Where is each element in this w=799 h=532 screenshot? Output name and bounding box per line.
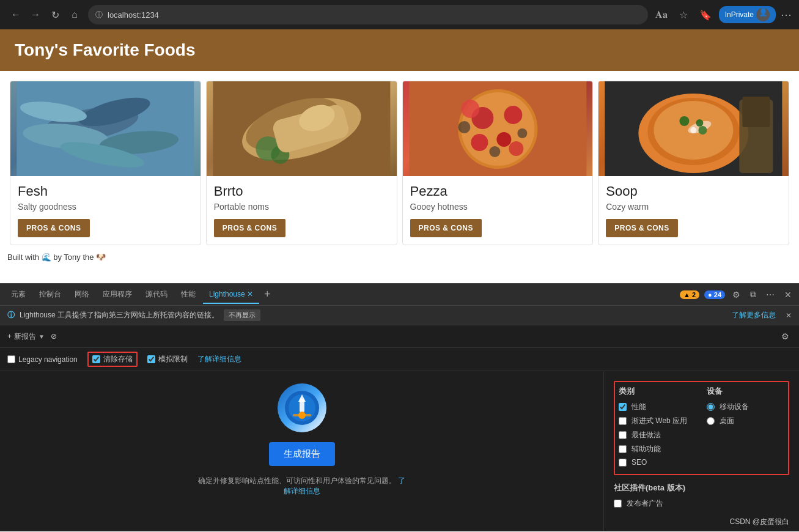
devtools-tab-application[interactable]: 应用程序: [97, 286, 138, 304]
device-mobile-label: 移动设备: [720, 402, 749, 412]
lighthouse-left: 生成报告 确定并修复影响站点性能、可访问性和用户体验的常见问题。 了解详细信息: [0, 371, 603, 531]
simulated-throttle-checkbox[interactable]: 模拟限制: [147, 354, 188, 364]
food-title-fesh: Fesh: [18, 183, 193, 199]
info-icon: ⓘ: [7, 310, 15, 320]
address-text: localhost:1234: [108, 10, 159, 20]
inprivate-button[interactable]: InPrivate 👤: [719, 6, 776, 23]
clear-storage-input[interactable]: [92, 355, 100, 363]
lock-icon: ⓘ: [95, 10, 103, 20]
devtools-tab-network[interactable]: 网络: [68, 286, 95, 304]
svg-point-21: [458, 121, 470, 133]
legacy-nav-label: Legacy navigation: [18, 355, 78, 364]
home-button[interactable]: ⌂: [66, 6, 83, 23]
simulated-throttle-input[interactable]: [147, 355, 155, 363]
categories-device-cols: 类别 性能 渐进式 Web 应用 最佳做法: [619, 386, 784, 470]
svg-point-19: [496, 132, 511, 147]
nav-buttons: ← → ↻ ⌂: [7, 6, 83, 23]
no-show-button[interactable]: 不再显示: [224, 309, 260, 321]
svg-point-18: [504, 106, 522, 124]
community-title: 社区插件(beta 版本): [614, 482, 789, 493]
category-bestpractice[interactable]: 最佳做法: [619, 430, 687, 440]
browser-chrome: ← → ↻ ⌂ ⓘ localhost:1234 𝐀𝐚 ☆ 🔖 InPrivat…: [0, 0, 799, 29]
error-badge: ● 24: [704, 290, 725, 299]
device-mobile-input[interactable]: [707, 403, 715, 411]
food-desc-brrto: Portable noms: [214, 202, 389, 212]
svg-point-25: [509, 141, 523, 156]
device-desktop-input[interactable]: [707, 417, 715, 425]
dock-button[interactable]: ⧉: [748, 287, 759, 302]
clear-storage-highlighted: 清除存储: [87, 352, 138, 367]
more-devtools-button[interactable]: ⋯: [764, 287, 777, 302]
more-button[interactable]: ⋯: [781, 8, 792, 21]
refresh-button[interactable]: ↻: [46, 6, 64, 23]
category-bestpractice-input[interactable]: [619, 431, 627, 439]
pros-cons-fesh[interactable]: PROS & CONS: [18, 219, 90, 237]
clear-button[interactable]: ⊘: [51, 332, 57, 341]
devtools-tab-lighthouse[interactable]: Lighthouse ✕: [203, 286, 259, 304]
svg-point-24: [461, 100, 479, 118]
food-image-fish: [10, 81, 201, 176]
legacy-nav-checkbox[interactable]: Legacy navigation: [7, 355, 78, 364]
settings-gear-button[interactable]: ⚙: [779, 329, 792, 344]
address-bar[interactable]: ⓘ localhost:1234: [88, 5, 648, 24]
forward-button[interactable]: →: [27, 6, 44, 23]
clear-storage-label: 清除存储: [103, 354, 133, 364]
clear-storage-checkbox[interactable]: 清除存储: [92, 354, 133, 364]
warning-badge: ▲ 2: [680, 290, 699, 299]
devtools-tab-console[interactable]: 控制台: [33, 286, 67, 304]
read-aloud-button[interactable]: 𝐀𝐚: [653, 6, 670, 23]
food-title-brrto: Brrto: [214, 183, 389, 199]
device-mobile[interactable]: 移动设备: [707, 402, 749, 412]
community-publisher-ads-input[interactable]: [614, 500, 622, 508]
devtools-tab-add[interactable]: +: [260, 288, 274, 301]
generate-report-button[interactable]: 生成报告: [269, 442, 335, 466]
categories-col: 类别 性能 渐进式 Web 应用 最佳做法: [619, 386, 687, 470]
inprivate-label: InPrivate: [725, 10, 754, 19]
devtools-tab-elements[interactable]: 元素: [5, 286, 32, 304]
category-performance[interactable]: 性能: [619, 402, 687, 412]
favorites-button[interactable]: ☆: [675, 6, 692, 23]
learn-more-link[interactable]: 了解更多信息: [732, 310, 776, 320]
browser-actions: 𝐀𝐚 ☆ 🔖 InPrivate 👤 ⋯: [653, 6, 792, 23]
category-seo[interactable]: SEO: [619, 458, 687, 467]
devtools-tab-performance[interactable]: 性能: [175, 286, 202, 304]
csdn-watermark: CSDN @皮蛋很白: [729, 517, 789, 527]
category-pwa[interactable]: 渐进式 Web 应用: [619, 416, 687, 426]
svg-point-20: [471, 134, 488, 151]
pros-cons-soop[interactable]: PROS & CONS: [606, 219, 678, 237]
community-publisher-ads[interactable]: 发布者广告: [614, 498, 789, 509]
clear-icon: ⊘: [51, 332, 57, 341]
food-desc-fesh: Salty goodness: [18, 202, 193, 212]
device-desktop-label: 桌面: [720, 416, 734, 426]
device-desktop[interactable]: 桌面: [707, 416, 749, 426]
add-report-button[interactable]: + 新报告 ▼: [7, 331, 45, 342]
pros-cons-pezza[interactable]: PROS & CONS: [410, 219, 482, 237]
devtools-panel: 元素 控制台 网络 应用程序 源代码 性能 Lighthouse ✕ + ▲ 2…: [0, 283, 799, 531]
devtools-tabbar: 元素 控制台 网络 应用程序 源代码 性能 Lighthouse ✕ + ▲ 2…: [0, 284, 799, 306]
category-seo-input[interactable]: [619, 459, 627, 467]
food-card-body-fesh: Fesh Salty goodness PROS & CONS: [10, 176, 201, 245]
info-text: Lighthouse 工具提供了指向第三方网站上所托管内容的链接。: [20, 310, 219, 320]
food-desc-pezza: Gooey hotness: [410, 202, 586, 212]
category-pwa-input[interactable]: [619, 417, 627, 425]
collection-button[interactable]: 🔖: [697, 6, 714, 23]
close-devtools-button[interactable]: ✕: [782, 287, 794, 302]
avatar: 👤: [756, 8, 770, 21]
simulated-throttle-label: 模拟限制: [158, 354, 188, 364]
food-title-soop: Soop: [606, 183, 781, 199]
info-bar-close[interactable]: ✕: [786, 311, 792, 320]
settings-button[interactable]: ⚙: [730, 287, 743, 302]
device-col: 设备 移动设备 桌面: [707, 386, 749, 470]
category-accessibility-input[interactable]: [619, 445, 627, 453]
back-button[interactable]: ←: [7, 6, 24, 23]
food-title-pezza: Pezza: [410, 183, 586, 199]
pros-cons-brrto[interactable]: PROS & CONS: [214, 219, 286, 237]
dropdown-arrow: ▼: [39, 333, 45, 340]
category-accessibility[interactable]: 辅助功能: [619, 444, 687, 454]
legacy-nav-input[interactable]: [7, 355, 15, 363]
category-performance-input[interactable]: [619, 403, 627, 411]
options-learn-more[interactable]: 了解详细信息: [197, 354, 241, 364]
lighthouse-description: 确定并修复影响站点性能、可访问性和用户体验的常见问题。 了解详细信息: [198, 476, 406, 497]
food-card-body-soop: Soop Cozy warm PROS & CONS: [598, 176, 789, 245]
devtools-tab-sources[interactable]: 源代码: [139, 286, 174, 304]
